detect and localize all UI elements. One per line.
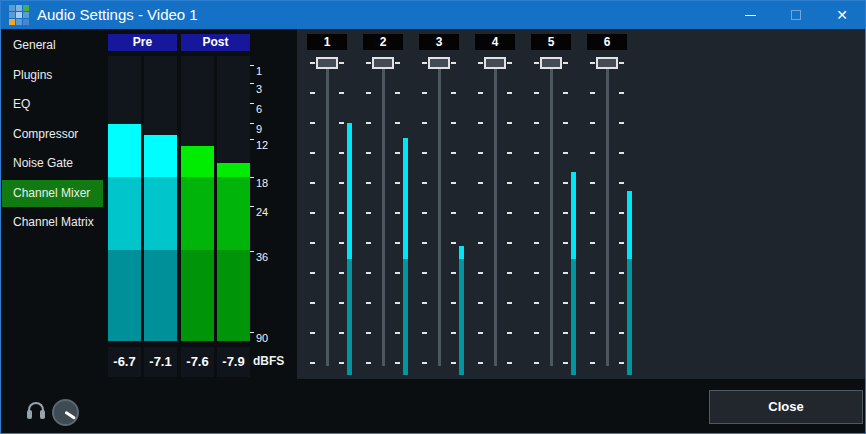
slider-tick <box>563 302 568 304</box>
scale-tick <box>250 139 254 140</box>
slider-tick <box>478 332 483 334</box>
scale-label: 9 <box>256 122 262 136</box>
scale-label: 12 <box>256 138 268 152</box>
slider-tick <box>451 92 456 94</box>
scale-label: 90 <box>256 331 268 345</box>
slider-tick <box>478 182 483 184</box>
slider-tick <box>366 92 371 94</box>
slider-tick <box>619 362 624 364</box>
slider-tick <box>590 362 595 364</box>
channel-label-5: 5 <box>531 34 571 50</box>
slider-tick <box>395 92 400 94</box>
meter-bar-segment <box>181 177 214 250</box>
slider-tick <box>395 212 400 214</box>
slider-tick <box>478 272 483 274</box>
slider-tick <box>563 242 568 244</box>
channel-mixer-panel: 123456 <box>297 29 865 379</box>
slider-tick <box>563 182 568 184</box>
slider-tick <box>451 242 456 244</box>
channel-5-slider-track[interactable] <box>550 58 553 366</box>
channel-label-4: 4 <box>475 34 515 50</box>
channel-6-slider-track[interactable] <box>606 58 609 366</box>
slider-tick <box>310 362 315 364</box>
slider-tick <box>563 272 568 274</box>
slider-tick <box>339 302 344 304</box>
slider-tick <box>534 182 539 184</box>
meter-bar-segment <box>217 250 250 341</box>
slider-tick <box>422 62 427 64</box>
channel-2-slider-track[interactable] <box>382 58 385 366</box>
slider-tick <box>422 122 427 124</box>
slider-tick <box>507 362 512 364</box>
dbfs-unit-label: dBFS <box>253 353 284 369</box>
meter-bar-segment <box>108 124 141 177</box>
slider-tick <box>478 62 483 64</box>
scale-tick <box>250 332 254 333</box>
slider-tick <box>310 332 315 334</box>
slider-tick <box>619 122 624 124</box>
scale-tick <box>250 251 254 252</box>
slider-tick <box>395 302 400 304</box>
slider-tick <box>422 212 427 214</box>
slider-tick <box>590 332 595 334</box>
slider-tick <box>395 152 400 154</box>
slider-tick <box>590 302 595 304</box>
slider-tick <box>310 242 315 244</box>
slider-tick <box>619 272 624 274</box>
scale-label: 6 <box>256 102 262 116</box>
meter-bar-segment <box>144 177 177 250</box>
slider-tick <box>339 212 344 214</box>
slider-tick <box>590 182 595 184</box>
channel-1-volume-handle[interactable] <box>316 57 338 69</box>
headphone-volume-knob[interactable] <box>52 399 79 426</box>
slider-tick <box>451 122 456 124</box>
headphones-icon[interactable] <box>27 402 45 420</box>
slider-tick <box>339 92 344 94</box>
scale-label: 18 <box>256 176 268 190</box>
meter-value-post-2: -7.6 <box>181 347 214 377</box>
slider-tick <box>534 122 539 124</box>
minimize-button[interactable] <box>727 1 773 29</box>
slider-tick <box>507 92 512 94</box>
slider-tick <box>534 332 539 334</box>
slider-tick <box>507 152 512 154</box>
channel-2-level-meter <box>403 259 408 375</box>
maximize-button <box>773 1 819 29</box>
channel-4-slider-track[interactable] <box>494 58 497 366</box>
slider-tick <box>310 122 315 124</box>
slider-tick <box>366 122 371 124</box>
slider-tick <box>507 182 512 184</box>
meter-bar-segment <box>108 177 141 250</box>
channel-1-slider-track[interactable] <box>326 58 329 366</box>
channel-2-volume-handle[interactable] <box>372 57 394 69</box>
slider-tick <box>590 92 595 94</box>
slider-tick <box>478 122 483 124</box>
slider-tick <box>366 362 371 364</box>
close-window-button[interactable]: ✕ <box>819 1 865 29</box>
channel-6-volume-handle[interactable] <box>596 57 618 69</box>
slider-tick <box>366 152 371 154</box>
slider-tick <box>507 212 512 214</box>
close-button[interactable]: Close <box>709 390 863 424</box>
channel-3-volume-handle[interactable] <box>428 57 450 69</box>
slider-tick <box>310 302 315 304</box>
meter-bar-segment <box>217 177 250 250</box>
slider-tick <box>422 242 427 244</box>
channel-5-level-meter <box>571 259 576 375</box>
channel-5-level-meter <box>571 172 576 259</box>
slider-tick <box>619 152 624 154</box>
scale-tick <box>250 103 254 104</box>
channel-1-level-meter <box>347 123 352 259</box>
slider-tick <box>590 272 595 274</box>
slider-tick <box>395 272 400 274</box>
slider-tick <box>366 212 371 214</box>
channel-3-level-meter <box>459 259 464 375</box>
slider-tick <box>451 152 456 154</box>
channel-label-1: 1 <box>307 34 347 50</box>
channel-4-volume-handle[interactable] <box>484 57 506 69</box>
scale-tick <box>250 83 254 84</box>
channel-3-slider-track[interactable] <box>438 58 441 366</box>
channel-label-2: 2 <box>363 34 403 50</box>
channel-5-volume-handle[interactable] <box>540 57 562 69</box>
slider-tick <box>619 92 624 94</box>
